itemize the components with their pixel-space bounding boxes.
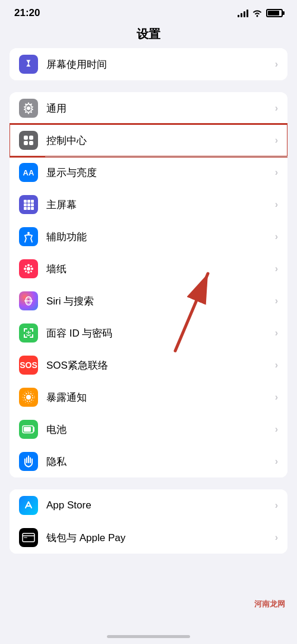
svg-point-31 <box>27 332 28 333</box>
settings-row-face-id[interactable]: 面容 ID 与密码 › <box>10 317 287 349</box>
screen-time-chevron: › <box>275 59 278 70</box>
svg-point-22 <box>24 268 26 270</box>
svg-point-32 <box>30 332 31 333</box>
home-screen-icon <box>19 195 38 214</box>
settings-row-wallet[interactable]: 钱包与 Apple Pay › <box>10 522 287 554</box>
svg-rect-40 <box>24 537 27 538</box>
svg-rect-11 <box>24 203 27 206</box>
settings-row-battery[interactable]: 电池 › <box>10 413 287 445</box>
settings-row-app-store[interactable]: App Store › <box>10 489 287 522</box>
settings-row-control-center[interactable]: 控制中心 › <box>10 124 287 156</box>
status-bar: 21:20 <box>0 0 297 24</box>
siri-chevron: › <box>275 296 278 306</box>
svg-point-0 <box>257 15 258 17</box>
settings-row-privacy[interactable]: 隐私 › <box>10 445 287 477</box>
general-group: 通用 › 控制中心 › AA 显示与亮度 › <box>10 92 287 477</box>
svg-point-34 <box>26 395 31 400</box>
display-label: 显示与亮度 <box>46 166 275 180</box>
accessibility-label: 辅助功能 <box>46 230 275 244</box>
svg-rect-4 <box>24 136 28 140</box>
svg-point-21 <box>27 271 30 274</box>
svg-rect-9 <box>27 200 30 203</box>
app-store-icon <box>19 496 38 515</box>
control-center-label: 控制中心 <box>46 134 275 147</box>
privacy-label: 隐私 <box>46 455 275 469</box>
face-id-chevron: › <box>275 328 278 338</box>
wallpaper-chevron: › <box>275 263 278 274</box>
status-icons <box>238 9 283 17</box>
signal-icon <box>238 9 248 17</box>
screen-time-icon <box>19 55 38 74</box>
settings-row-wallpaper[interactable]: 墙纸 › <box>10 253 287 285</box>
svg-point-23 <box>31 268 33 270</box>
wallpaper-label: 墙纸 <box>46 262 275 276</box>
svg-point-24 <box>25 265 27 267</box>
wallpaper-icon <box>19 259 38 278</box>
wallet-chevron: › <box>275 532 278 543</box>
wallet-icon <box>19 528 38 547</box>
exposure-icon <box>19 388 38 407</box>
svg-point-20 <box>27 264 30 266</box>
battery-label: 电池 <box>46 423 275 436</box>
svg-rect-38 <box>24 427 31 432</box>
watermark: 河南龙网 <box>254 599 285 610</box>
battery-icon <box>266 9 283 17</box>
svg-rect-5 <box>29 136 33 140</box>
settings-row-display[interactable]: AA 显示与亮度 › <box>10 156 287 189</box>
screen-time-group: 屏幕使用时间 › <box>10 48 287 80</box>
home-screen-chevron: › <box>275 199 278 210</box>
siri-icon <box>19 291 38 310</box>
wallet-label: 钱包与 Apple Pay <box>46 531 275 545</box>
accessibility-icon <box>19 227 38 246</box>
svg-rect-16 <box>31 207 34 210</box>
svg-point-17 <box>27 232 30 234</box>
svg-point-3 <box>27 106 30 110</box>
home-screen-label: 主屏幕 <box>46 198 275 212</box>
display-chevron: › <box>275 167 278 178</box>
face-id-icon <box>19 323 38 343</box>
svg-point-19 <box>27 267 30 271</box>
siri-label: Siri 与搜索 <box>46 294 275 308</box>
control-center-icon <box>19 131 38 150</box>
general-chevron: › <box>275 103 278 114</box>
exposure-label: 暴露通知 <box>46 391 275 404</box>
wifi-icon <box>252 9 263 17</box>
settings-row-accessibility[interactable]: 辅助功能 › <box>10 221 287 253</box>
sos-icon: SOS <box>19 356 38 375</box>
settings-row-exposure[interactable]: 暴露通知 › <box>10 381 287 413</box>
page-title: 设置 <box>137 27 160 40</box>
control-center-chevron: › <box>275 135 278 146</box>
home-indicator <box>107 635 190 638</box>
general-label: 通用 <box>46 102 275 115</box>
status-time: 21:20 <box>14 7 40 19</box>
svg-rect-10 <box>31 200 34 203</box>
settings-row-siri[interactable]: Siri 与搜索 › <box>10 285 287 317</box>
settings-row-general[interactable]: 通用 › <box>10 92 287 124</box>
svg-point-25 <box>30 265 32 267</box>
screen-time-label: 屏幕使用时间 <box>46 58 275 71</box>
svg-rect-8 <box>24 200 27 203</box>
display-icon: AA <box>19 163 38 182</box>
svg-rect-6 <box>24 141 28 145</box>
face-id-label: 面容 ID 与密码 <box>46 326 275 340</box>
svg-rect-15 <box>27 207 30 210</box>
settings-row-home-screen[interactable]: 主屏幕 › <box>10 189 287 221</box>
battery-row-icon <box>19 420 38 439</box>
general-icon <box>19 99 38 118</box>
settings-row-screen-time[interactable]: 屏幕使用时间 › <box>10 48 287 80</box>
sos-label: SOS紧急联络 <box>46 359 275 372</box>
battery-chevron: › <box>275 424 278 435</box>
apps-group: App Store › 钱包与 Apple Pay › <box>10 489 287 554</box>
svg-point-26 <box>25 271 27 272</box>
svg-rect-12 <box>27 203 30 206</box>
privacy-icon <box>19 452 38 471</box>
svg-point-27 <box>30 271 32 272</box>
svg-rect-14 <box>24 207 27 210</box>
app-store-label: App Store <box>46 500 275 511</box>
page-title-bar: 设置 <box>0 24 297 48</box>
privacy-chevron: › <box>275 456 278 467</box>
sos-chevron: › <box>275 360 278 370</box>
svg-rect-13 <box>31 203 34 206</box>
app-store-chevron: › <box>275 500 278 511</box>
settings-row-sos[interactable]: SOS SOS紧急联络 › <box>10 349 287 381</box>
